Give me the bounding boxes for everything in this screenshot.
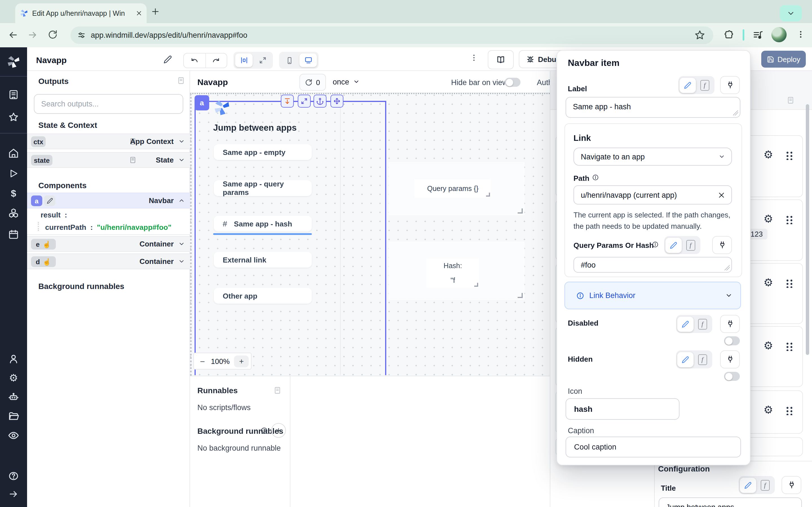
hidden-toggle[interactable] [724, 372, 740, 381]
runnables-panel-toggle-icon[interactable] [273, 386, 282, 394]
path-input[interactable]: u/henri/navapp (current app) [573, 185, 732, 205]
static-mode-pencil-icon[interactable] [679, 77, 696, 93]
container-d-row[interactable]: d☝ Container [27, 253, 190, 269]
static-mode-pencil-icon[interactable] [677, 352, 694, 367]
extensions-icon[interactable] [725, 30, 735, 40]
docs-button[interactable] [488, 50, 514, 69]
container-d-chevron-down-icon[interactable] [178, 258, 185, 265]
help-icon[interactable] [8, 471, 19, 482]
sidebar-item-favorites-icon[interactable] [8, 112, 19, 122]
sidebar-item-settings-icon[interactable]: ⚙ [9, 373, 18, 383]
caption-input[interactable]: Cool caption [566, 437, 741, 457]
link-behavior-accordion[interactable]: Link Behavior [564, 282, 741, 309]
title-input[interactable]: Jump between apps [659, 497, 802, 507]
deploy-button[interactable]: Deploy [761, 51, 806, 68]
anchor-component-button[interactable] [313, 95, 326, 108]
sidebar-item-users-icon[interactable] [8, 353, 19, 364]
fullwidth-layout-button[interactable] [254, 54, 271, 67]
profile-avatar[interactable] [771, 27, 786, 42]
nav-item-query-params[interactable]: Same app - query params [214, 180, 312, 196]
move-component-button[interactable] [331, 95, 343, 108]
browser-tab[interactable]: Edit App u/henri/navapp | Win [15, 3, 147, 23]
query-params-textbox[interactable]: Query params {} [414, 179, 491, 198]
refresh-count-button[interactable]: 0 [299, 74, 326, 91]
redo-button[interactable] [206, 54, 227, 68]
forward-button[interactable] [28, 30, 38, 40]
edit-title-icon[interactable] [163, 55, 172, 64]
navbar-component-row[interactable]: a Navbar [27, 193, 190, 209]
static-mode-pencil-icon[interactable] [740, 477, 756, 493]
card-settings-icon[interactable]: ⚙ [763, 277, 773, 288]
reload-button[interactable] [48, 30, 57, 40]
ctx-row[interactable]: ctx App Context [27, 133, 190, 149]
function-mode-icon[interactable]: f [757, 477, 773, 493]
add-bg-runnable-button[interactable] [271, 423, 286, 438]
card-settings-icon[interactable]: ⚙ [763, 149, 773, 160]
search-outputs-input[interactable] [34, 94, 183, 114]
nav-item-external-link[interactable]: External link [214, 252, 312, 268]
nav-item-same-app-hash[interactable]: # Same app - hash [214, 216, 312, 231]
back-button[interactable] [8, 30, 18, 40]
windmill-logo[interactable] [6, 55, 20, 69]
mobile-view-button[interactable] [281, 54, 298, 67]
card-drag-handle[interactable] [785, 406, 792, 415]
hash-container[interactable]: Hash:"f [389, 242, 524, 299]
sidebar-item-resources-icon[interactable] [8, 208, 19, 218]
query-connect-icon[interactable] [712, 236, 732, 254]
sidebar-item-audit-icon[interactable] [8, 430, 19, 441]
sidebar-item-schedules-icon[interactable] [8, 229, 19, 240]
hidden-connect-icon[interactable] [720, 350, 740, 369]
tab-search-button[interactable] [780, 5, 802, 21]
browser-menu-icon[interactable] [796, 30, 805, 39]
sidebar-item-variables-icon[interactable]: $ [11, 188, 16, 200]
card-settings-icon[interactable]: ⚙ [763, 404, 773, 415]
function-mode-icon[interactable]: f [682, 237, 699, 252]
more-options-icon[interactable] [470, 54, 478, 62]
query-textarea[interactable]: #foo [573, 257, 732, 273]
nav-item-same-app-empty[interactable]: Same app - empty [214, 144, 312, 160]
hash-textbox[interactable]: Hash:"f [426, 259, 479, 288]
card-drag-handle[interactable] [785, 278, 792, 288]
card-drag-handle[interactable] [785, 151, 792, 160]
sidebar-item-runs-icon[interactable] [8, 168, 18, 179]
static-mode-pencil-icon[interactable] [665, 237, 682, 252]
media-controls-icon[interactable] [753, 30, 763, 41]
nav-item-other-app[interactable]: Other app [214, 288, 312, 304]
label-connect-icon[interactable] [720, 76, 740, 94]
label-textarea[interactable]: Same app - hash [566, 97, 741, 118]
link-kind-select[interactable]: Navigate to an app [573, 148, 732, 166]
settings-scrollbar[interactable] [806, 104, 809, 355]
query-info-icon[interactable] [652, 241, 659, 248]
refresh-mode-dropdown[interactable]: once [333, 74, 360, 90]
function-mode-icon[interactable]: f [694, 316, 711, 332]
zoom-in-button[interactable]: + [234, 355, 249, 367]
outputs-panel-toggle-icon[interactable] [177, 76, 185, 84]
card-drag-handle[interactable] [785, 341, 792, 351]
new-tab-button[interactable] [151, 7, 160, 16]
function-mode-icon[interactable]: f [694, 352, 711, 367]
container-e-row[interactable]: e☝ Container [27, 236, 190, 252]
expand-component-button[interactable] [298, 95, 311, 108]
card-settings-icon[interactable]: ⚙ [763, 340, 773, 351]
state-row[interactable]: state State [27, 152, 190, 168]
icon-input[interactable]: hash [566, 398, 679, 420]
query-params-container[interactable]: Query params {} [389, 163, 524, 215]
sidebar-item-home-icon[interactable] [8, 148, 19, 159]
navbar-chevron-up-icon[interactable] [178, 197, 185, 204]
desktop-view-button[interactable] [299, 54, 317, 67]
sidebar-item-apps-icon[interactable] [8, 89, 19, 100]
expand-down-button[interactable] [281, 95, 294, 108]
center-layout-button[interactable] [235, 54, 253, 67]
sidebar-item-workers-icon[interactable] [8, 392, 19, 403]
site-settings-icon[interactable] [77, 31, 86, 40]
ctx-chevron-down-icon[interactable] [178, 138, 185, 145]
address-bar[interactable]: app.windmill.dev/apps/edit/u/henri/navap… [70, 26, 713, 44]
clear-path-icon[interactable] [718, 191, 725, 199]
zoom-out-button[interactable]: − [194, 356, 211, 366]
function-mode-icon[interactable]: f [696, 77, 713, 93]
settings-panel-toggle-icon[interactable] [786, 96, 795, 104]
disabled-toggle[interactable] [724, 336, 740, 345]
state-chevron-down-icon[interactable] [178, 157, 185, 163]
title-connect-icon[interactable] [781, 476, 801, 494]
undo-button[interactable] [184, 54, 206, 68]
